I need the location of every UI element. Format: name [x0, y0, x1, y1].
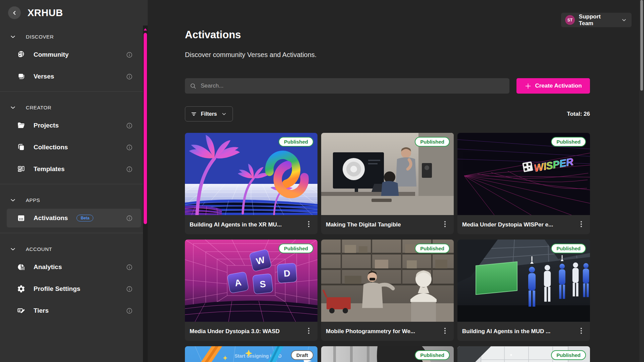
- sidebar: XRHUB DISCOVERCommunityVersesCREATORProj…: [0, 0, 148, 362]
- activation-card[interactable]: PublishedBuilding AI Agents in the MUD .…: [457, 240, 590, 341]
- status-badge: Published: [415, 137, 450, 147]
- info-icon: [126, 51, 133, 58]
- info-icon: [126, 215, 133, 222]
- sidebar-scrollbar[interactable]: [143, 25, 148, 362]
- sidebar-item-community[interactable]: Community: [7, 45, 141, 64]
- chevron-down-icon: [9, 33, 16, 40]
- info-icon: [126, 73, 133, 80]
- activation-card[interactable]: W A S D PublishedMedia Under Dystopia 3.…: [185, 240, 317, 341]
- status-badge: Published: [551, 137, 586, 147]
- sidebar-header: XRHUB: [0, 0, 148, 25]
- activation-card[interactable]: PublishedMobile Photogrammetry for We...: [321, 240, 454, 341]
- info-button[interactable]: [126, 122, 133, 129]
- section-toggle-apps[interactable]: APPS: [0, 194, 148, 206]
- card-menu-button[interactable]: [303, 218, 314, 231]
- kebab-icon: [578, 220, 585, 229]
- card-thumbnail-bw-portrait: Published: [321, 346, 454, 362]
- sidebar-item-collections[interactable]: Collections: [7, 138, 141, 157]
- plus-icon: [525, 83, 532, 90]
- info-icon: [126, 122, 133, 129]
- sidebar-section-account: ACCOUNTAnalyticsProfile SettingsTiers: [0, 238, 148, 328]
- tiers-card-icon: [17, 306, 26, 315]
- card-menu-button[interactable]: [303, 325, 314, 338]
- info-icon: [126, 264, 133, 271]
- sidebar-item-templates[interactable]: Templates: [7, 160, 141, 178]
- collections-stack-icon: [17, 143, 26, 152]
- info-button[interactable]: [126, 144, 133, 151]
- filter-icon: [190, 110, 197, 117]
- scrollbar-up-arrow[interactable]: [144, 28, 147, 31]
- section-toggle-account[interactable]: ACCOUNT: [0, 243, 148, 255]
- chevron-down-icon: [621, 16, 628, 23]
- status-badge: Published: [415, 350, 450, 360]
- info-button[interactable]: [126, 307, 133, 314]
- sidebar-item-label: Tiers: [34, 307, 49, 314]
- card-menu-button[interactable]: [576, 325, 587, 338]
- info-button[interactable]: [126, 73, 133, 80]
- sidebar-divider: [0, 91, 148, 92]
- user-menu[interactable]: ST Support Team: [561, 13, 632, 27]
- sidebar-divider: [0, 184, 148, 184]
- sidebar-item-label: Collections: [34, 144, 68, 151]
- sidebar-section-creator: CREATORProjectsCollectionsTemplates: [0, 96, 148, 189]
- card-thumbnail-design-illustration: Start designing in 3D Draft: [185, 346, 317, 362]
- card-title-bar: Media Under Dystopia WISPer e...: [457, 215, 590, 234]
- scrollbar-thumb[interactable]: [144, 33, 147, 224]
- info-button[interactable]: [126, 264, 133, 271]
- card-menu-button[interactable]: [576, 218, 587, 231]
- activation-card[interactable]: PublishedBuilding AI Agents in the XR MU…: [185, 133, 317, 234]
- activation-card[interactable]: Published: [321, 346, 454, 362]
- sidebar-item-verses[interactable]: Verses: [7, 67, 141, 86]
- card-title-bar: Building AI Agents in the XR MU...: [185, 215, 317, 234]
- info-button[interactable]: [126, 215, 133, 222]
- sidebar-item-activations[interactable]: ActivationsBeta: [7, 209, 141, 227]
- card-title-bar: Making The Digital Tangible: [321, 215, 454, 234]
- beta-badge: Beta: [77, 215, 93, 221]
- sidebar-item-tiers[interactable]: Tiers: [7, 301, 141, 320]
- page-scrollbar[interactable]: [639, 0, 644, 362]
- activation-card[interactable]: Start designing in 3D Draft: [185, 346, 317, 362]
- status-badge: Published: [551, 350, 586, 360]
- user-name: Support Team: [579, 13, 616, 27]
- create-activation-button[interactable]: Create Activation: [516, 78, 590, 94]
- sidebar-section-apps: APPSActivationsBeta: [0, 189, 148, 238]
- sidebar-item-label: Projects: [34, 122, 59, 129]
- chevron-left-icon: [11, 9, 18, 16]
- activation-card[interactable]: PublishedMaking The Digital Tangible: [321, 133, 454, 234]
- info-button[interactable]: [126, 286, 133, 293]
- app-window: XRHUB DISCOVERCommunityVersesCREATORProj…: [0, 0, 644, 362]
- page-scrollbar-thumb[interactable]: [640, 0, 643, 91]
- activations-grid-icon: [17, 214, 26, 222]
- section-toggle-discover[interactable]: DISCOVER: [0, 31, 148, 42]
- info-button[interactable]: [126, 51, 133, 58]
- collapse-sidebar-button[interactable]: [8, 6, 21, 19]
- kebab-icon: [442, 327, 448, 335]
- card-menu-button[interactable]: [440, 218, 450, 231]
- page-title: Activations: [185, 29, 241, 41]
- status-badge: Published: [415, 244, 450, 253]
- total-count: Total: 26: [567, 111, 590, 117]
- card-menu-button[interactable]: [440, 325, 450, 338]
- activation-card[interactable]: WISPER PublishedMedia Under Dystopia WIS…: [457, 133, 590, 234]
- app-logo-title: XRHUB: [28, 7, 63, 18]
- chevron-down-icon: [9, 197, 16, 204]
- kebab-icon: [442, 220, 448, 229]
- activation-card[interactable]: Published: [457, 346, 590, 362]
- filters-button[interactable]: Filters: [185, 106, 233, 121]
- status-badge: Draft: [291, 350, 313, 360]
- section-toggle-creator[interactable]: CREATOR: [0, 102, 148, 113]
- info-icon: [126, 307, 133, 314]
- info-button[interactable]: [126, 166, 133, 173]
- sidebar-item-projects[interactable]: Projects: [7, 116, 141, 135]
- sidebar-item-profile-settings[interactable]: Profile Settings: [7, 279, 141, 298]
- sidebar-item-label: Community: [34, 51, 69, 58]
- search-input[interactable]: [201, 83, 505, 89]
- sidebar-item-label: Profile Settings: [34, 285, 80, 293]
- svg-text:D: D: [283, 268, 291, 278]
- info-icon: [126, 166, 133, 173]
- sidebar-item-label: Activations: [34, 214, 68, 222]
- card-title: Building AI Agents in the MUD ...: [462, 328, 573, 335]
- sidebar-item-analytics[interactable]: Analytics: [7, 258, 141, 276]
- card-title-bar: Mobile Photogrammetry for We...: [321, 322, 454, 341]
- chevron-down-icon: [9, 104, 16, 111]
